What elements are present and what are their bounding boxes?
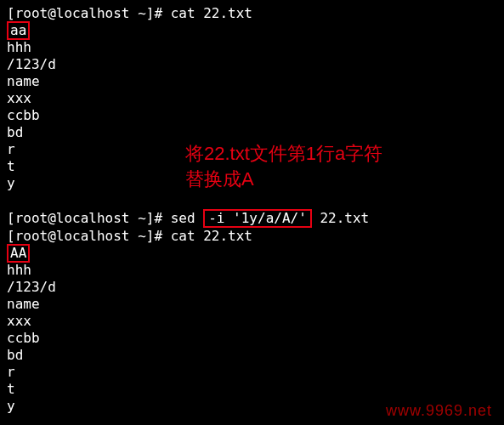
prompt-line-cat2[interactable]: [root@localhost ~]# cat 22.txt	[7, 228, 497, 245]
prompt-line-sed[interactable]: [root@localhost ~]# sed -i '1y/a/A/' 22.…	[7, 209, 497, 228]
prompt-hash: #	[154, 210, 170, 226]
output-line-boxed-2: AA	[7, 245, 497, 262]
output-line: name	[7, 296, 497, 313]
highlight-box-sed-args: -i '1y/a/A/'	[203, 209, 312, 228]
prompt-line-cat1[interactable]: [root@localhost ~]# cat 22.txt	[7, 5, 497, 22]
cwd-tilde: ~	[130, 210, 146, 226]
prompt-hash: #	[154, 5, 170, 21]
highlight-box-AA: AA	[7, 244, 30, 263]
cwd-tilde: ~	[130, 228, 146, 244]
output-line-boxed-1: aa	[7, 22, 497, 39]
output-line: xxx	[7, 313, 497, 330]
annotation-line2: 替换成A	[185, 167, 382, 192]
output-line: name	[7, 73, 497, 90]
command-sed-post: 22.txt	[312, 210, 369, 226]
output-line: hhh	[7, 39, 497, 56]
output-line: ccbb	[7, 107, 497, 124]
output-line: /123/d	[7, 279, 497, 296]
command-cat2: cat 22.txt	[171, 228, 252, 244]
bracket-open: [	[7, 210, 15, 226]
user-host: root@localhost	[15, 210, 130, 226]
command-sed-pre: sed	[171, 210, 204, 226]
bracket-open: [	[7, 5, 15, 21]
output-line: ccbb	[7, 330, 497, 347]
user-host: root@localhost	[15, 5, 130, 21]
output-line: xxx	[7, 90, 497, 107]
output-line: t	[7, 381, 497, 398]
watermark: www.9969.net	[386, 402, 492, 420]
command-cat1: cat 22.txt	[171, 5, 252, 21]
cwd-tilde: ~	[130, 5, 146, 21]
bracket-open: [	[7, 228, 15, 244]
output-line: r	[7, 364, 497, 381]
blank-line	[7, 192, 497, 209]
bracket-close: ]	[146, 210, 155, 226]
annotation-line1: 将22.txt文件第1行a字符	[185, 141, 382, 167]
output-line: bd	[7, 124, 497, 141]
user-host: root@localhost	[15, 228, 130, 244]
output-line: /123/d	[7, 56, 497, 73]
annotation-text: 将22.txt文件第1行a字符 替换成A	[185, 141, 382, 192]
output-line: bd	[7, 347, 497, 364]
prompt-hash: #	[154, 228, 170, 244]
bracket-close: ]	[146, 228, 155, 244]
bracket-close: ]	[146, 5, 155, 21]
highlight-box-aa: aa	[7, 21, 30, 40]
output-line: hhh	[7, 262, 497, 279]
